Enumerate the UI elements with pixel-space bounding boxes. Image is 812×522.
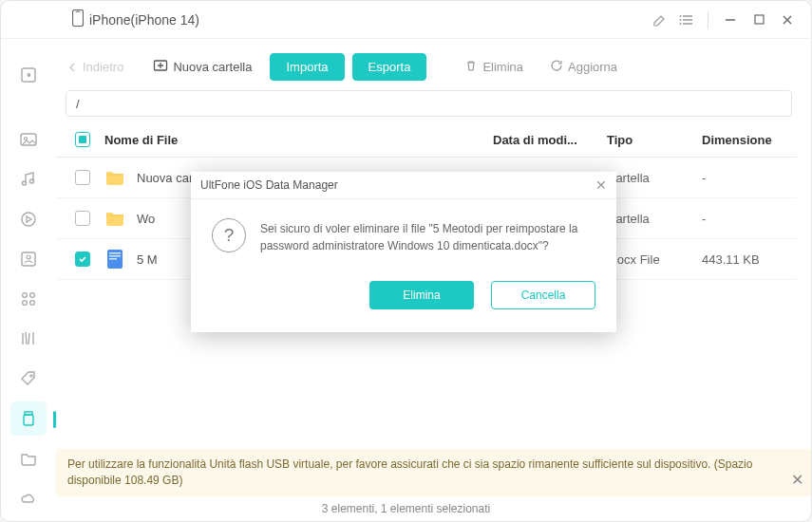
- svg-point-11: [30, 179, 34, 183]
- dialog-message: Sei sicuro di voler eliminare il file "5…: [260, 218, 595, 254]
- svg-point-4: [680, 23, 682, 25]
- dialog-confirm-button[interactable]: Elimina: [369, 281, 474, 309]
- file-type: .docx File: [607, 252, 702, 267]
- sidebar-item-video[interactable]: [10, 202, 47, 236]
- close-button[interactable]: [773, 6, 802, 34]
- dialog-title: UltFone iOS Data Manager: [200, 178, 338, 192]
- refresh-button[interactable]: Aggiorna: [540, 55, 627, 79]
- table-header: Nome di File Data di modi... Tipo Dimens…: [56, 122, 797, 158]
- svg-point-9: [25, 138, 28, 140]
- trash-icon: [464, 59, 478, 75]
- device-label: iPhone(iPhone 14): [72, 9, 199, 29]
- refresh-icon: [550, 59, 563, 75]
- svg-point-12: [22, 213, 35, 226]
- col-name[interactable]: Nome di File: [100, 133, 493, 147]
- select-all-checkbox[interactable]: [75, 132, 90, 147]
- file-name: 5 M: [137, 252, 158, 267]
- notice-text: Per utilizzare la funzionalità Unità fla…: [67, 457, 752, 487]
- dialog-close-icon[interactable]: ✕: [595, 177, 607, 193]
- sidebar-item-files[interactable]: [10, 441, 47, 475]
- new-folder-button[interactable]: Nuova cartella: [142, 53, 262, 81]
- delete-label: Elimina: [482, 60, 523, 74]
- row-checkbox[interactable]: [75, 170, 90, 185]
- svg-rect-0: [73, 10, 84, 27]
- path-text: /: [76, 97, 80, 111]
- new-folder-icon: [153, 58, 168, 76]
- dialog-header: UltFone iOS Data Manager ✕: [191, 172, 616, 199]
- svg-point-2: [680, 15, 682, 17]
- back-button[interactable]: Indietro: [66, 60, 123, 74]
- col-size[interactable]: Dimensione: [702, 133, 792, 147]
- new-folder-label: Nuova cartella: [173, 60, 252, 74]
- maximize-button[interactable]: [745, 6, 773, 34]
- minimize-button[interactable]: [716, 6, 745, 34]
- sidebar-item-home[interactable]: [10, 58, 47, 92]
- sidebar-item-contacts[interactable]: [10, 242, 47, 276]
- edit-icon[interactable]: [649, 9, 671, 31]
- file-name: Wo: [137, 212, 155, 226]
- back-label: Indietro: [83, 60, 123, 74]
- svg-rect-21: [24, 415, 33, 425]
- svg-rect-24: [109, 252, 121, 254]
- col-date[interactable]: Data di modi...: [493, 133, 607, 147]
- file-size: -: [702, 171, 792, 185]
- row-checkbox[interactable]: [75, 211, 90, 226]
- export-button[interactable]: Esporta: [352, 53, 427, 81]
- svg-point-17: [23, 301, 28, 306]
- col-type[interactable]: Tipo: [607, 133, 702, 147]
- folder-icon: [104, 208, 125, 229]
- sidebar-item-music[interactable]: [10, 162, 47, 196]
- svg-point-3: [680, 19, 682, 21]
- import-button[interactable]: Importa: [270, 53, 344, 81]
- svg-rect-6: [755, 15, 764, 24]
- title-bar: iPhone(iPhone 14): [1, 1, 811, 39]
- dialog-confirm-label: Elimina: [403, 289, 440, 302]
- toolbar: Indietro Nuova cartella Importa Esporta …: [56, 39, 797, 90]
- sidebar-item-usb[interactable]: [10, 401, 47, 436]
- folder-icon: [104, 167, 125, 188]
- file-type: Cartella: [607, 171, 702, 185]
- path-bar[interactable]: /: [66, 90, 792, 117]
- phone-icon: [72, 9, 89, 29]
- notice-banner: Per utilizzare la funzionalità Unità fla…: [56, 449, 811, 496]
- svg-point-18: [30, 301, 35, 306]
- import-label: Importa: [286, 60, 328, 74]
- file-type: Cartella: [607, 212, 702, 226]
- notice-close-icon[interactable]: ✕: [791, 470, 803, 491]
- question-icon: ?: [212, 218, 246, 252]
- sidebar-item-photos[interactable]: [10, 122, 47, 157]
- svg-point-15: [23, 293, 28, 298]
- confirm-dialog: UltFone iOS Data Manager ✕ ? Sei sicuro …: [191, 172, 616, 332]
- svg-point-16: [30, 293, 35, 298]
- svg-rect-1: [76, 11, 81, 12]
- sidebar: [1, 39, 56, 521]
- refresh-label: Aggiorna: [568, 60, 617, 74]
- sidebar-item-books[interactable]: [10, 322, 47, 356]
- file-size: -: [702, 212, 792, 226]
- svg-rect-26: [109, 258, 117, 260]
- svg-point-19: [30, 375, 32, 377]
- file-size: 443.11 KB: [702, 252, 792, 267]
- status-text: 3 elementi, 1 elementi selezionati: [322, 502, 490, 515]
- dialog-cancel-label: Cancella: [521, 289, 566, 302]
- svg-point-10: [23, 181, 27, 185]
- svg-rect-25: [109, 255, 121, 257]
- dialog-cancel-button[interactable]: Cancella: [491, 281, 595, 309]
- list-icon[interactable]: [675, 9, 698, 31]
- sidebar-item-tag[interactable]: [10, 362, 47, 396]
- export-label: Esporta: [368, 60, 411, 74]
- row-checkbox[interactable]: [75, 252, 90, 267]
- docx-icon: [104, 249, 125, 270]
- device-name: iPhone(iPhone 14): [89, 12, 199, 28]
- status-bar: 3 elementi, 1 elementi selezionati: [1, 496, 811, 521]
- svg-point-14: [27, 255, 30, 259]
- sidebar-item-apps[interactable]: [10, 282, 47, 316]
- app-window: iPhone(iPhone 14): [0, 0, 812, 522]
- delete-button[interactable]: Elimina: [455, 55, 533, 79]
